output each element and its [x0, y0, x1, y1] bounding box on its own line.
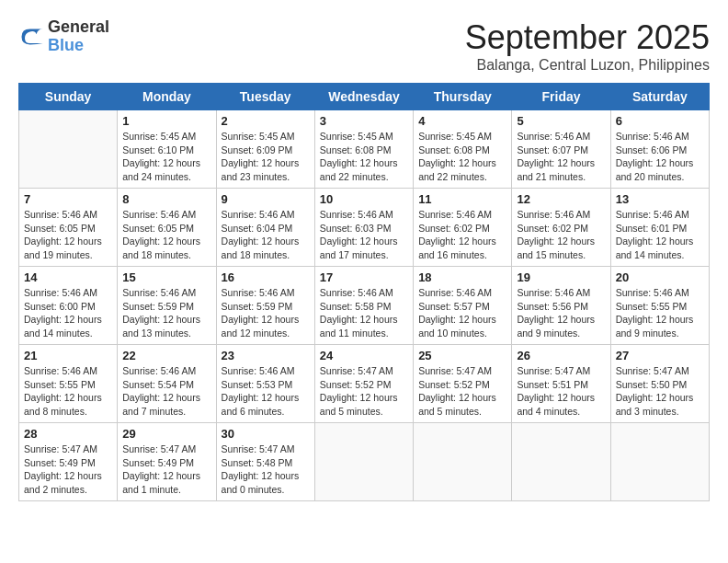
calendar-cell: 17Sunrise: 5:46 AM Sunset: 5:58 PM Dayli…	[314, 267, 413, 345]
calendar-cell: 16Sunrise: 5:46 AM Sunset: 5:59 PM Dayli…	[216, 267, 314, 345]
day-number: 19	[517, 270, 605, 284]
day-info: Sunrise: 5:46 AM Sunset: 5:59 PM Dayligh…	[222, 286, 310, 340]
calendar-cell	[414, 423, 512, 501]
day-number: 10	[320, 192, 408, 206]
day-info: Sunrise: 5:46 AM Sunset: 6:02 PM Dayligh…	[517, 208, 605, 262]
day-number: 7	[24, 192, 112, 206]
day-info: Sunrise: 5:46 AM Sunset: 5:59 PM Dayligh…	[122, 286, 210, 340]
day-info: Sunrise: 5:46 AM Sunset: 5:57 PM Dayligh…	[418, 286, 506, 340]
day-number: 17	[320, 270, 408, 284]
day-info: Sunrise: 5:47 AM Sunset: 5:50 PM Dayligh…	[616, 364, 704, 419]
day-info: Sunrise: 5:47 AM Sunset: 5:52 PM Dayligh…	[418, 364, 506, 419]
calendar-cell	[314, 423, 413, 501]
day-info: Sunrise: 5:46 AM Sunset: 5:56 PM Dayligh…	[517, 286, 605, 340]
day-number: 1	[122, 114, 210, 128]
calendar-cell: 24Sunrise: 5:47 AM Sunset: 5:52 PM Dayli…	[314, 345, 413, 423]
logo: General Blue	[18, 18, 109, 55]
calendar-cell: 3Sunrise: 5:45 AM Sunset: 6:08 PM Daylig…	[314, 110, 413, 189]
calendar-cell: 4Sunrise: 5:45 AM Sunset: 6:08 PM Daylig…	[414, 110, 512, 189]
calendar-cell: 13Sunrise: 5:46 AM Sunset: 6:01 PM Dayli…	[610, 189, 709, 267]
day-info: Sunrise: 5:46 AM Sunset: 6:07 PM Dayligh…	[517, 130, 605, 184]
calendar-cell: 26Sunrise: 5:47 AM Sunset: 5:51 PM Dayli…	[512, 345, 610, 423]
day-info: Sunrise: 5:47 AM Sunset: 5:52 PM Dayligh…	[320, 364, 408, 419]
day-info: Sunrise: 5:47 AM Sunset: 5:49 PM Dayligh…	[24, 442, 112, 497]
day-number: 16	[222, 270, 310, 284]
calendar-table: SundayMondayTuesdayWednesdayThursdayFrid…	[18, 83, 710, 501]
day-number: 6	[616, 114, 704, 128]
calendar-cell: 12Sunrise: 5:46 AM Sunset: 6:02 PM Dayli…	[512, 189, 610, 267]
calendar-cell: 28Sunrise: 5:47 AM Sunset: 5:49 PM Dayli…	[19, 423, 118, 501]
weekday-thursday: Thursday	[414, 84, 512, 110]
day-info: Sunrise: 5:46 AM Sunset: 5:55 PM Dayligh…	[24, 364, 112, 419]
day-info: Sunrise: 5:46 AM Sunset: 6:03 PM Dayligh…	[320, 208, 408, 262]
week-row-1: 1Sunrise: 5:45 AM Sunset: 6:10 PM Daylig…	[19, 110, 710, 189]
day-number: 28	[24, 427, 112, 441]
day-info: Sunrise: 5:45 AM Sunset: 6:08 PM Dayligh…	[418, 130, 506, 184]
calendar-cell: 15Sunrise: 5:46 AM Sunset: 5:59 PM Dayli…	[118, 267, 216, 345]
logo-line2: Blue	[48, 37, 109, 55]
day-info: Sunrise: 5:46 AM Sunset: 5:54 PM Dayligh…	[122, 364, 210, 419]
calendar-cell: 6Sunrise: 5:46 AM Sunset: 6:06 PM Daylig…	[610, 110, 709, 189]
weekday-wednesday: Wednesday	[314, 84, 413, 110]
calendar-cell: 2Sunrise: 5:45 AM Sunset: 6:09 PM Daylig…	[216, 110, 314, 189]
calendar-cell: 23Sunrise: 5:46 AM Sunset: 5:53 PM Dayli…	[216, 345, 314, 423]
weekday-monday: Monday	[118, 84, 216, 110]
day-number: 21	[24, 349, 112, 362]
day-info: Sunrise: 5:46 AM Sunset: 5:53 PM Dayligh…	[222, 364, 310, 419]
day-number: 11	[418, 192, 506, 206]
day-number: 24	[320, 349, 408, 362]
day-number: 26	[517, 349, 605, 362]
day-number: 14	[24, 270, 112, 284]
calendar-cell: 21Sunrise: 5:46 AM Sunset: 5:55 PM Dayli…	[19, 345, 118, 423]
day-info: Sunrise: 5:46 AM Sunset: 6:05 PM Dayligh…	[122, 208, 210, 262]
day-number: 27	[616, 349, 704, 362]
calendar-cell: 1Sunrise: 5:45 AM Sunset: 6:10 PM Daylig…	[118, 110, 216, 189]
day-number: 20	[616, 270, 704, 284]
day-number: 15	[122, 270, 210, 284]
day-info: Sunrise: 5:46 AM Sunset: 6:06 PM Dayligh…	[616, 130, 704, 184]
day-number: 12	[517, 192, 605, 206]
calendar-cell: 7Sunrise: 5:46 AM Sunset: 6:05 PM Daylig…	[19, 189, 118, 267]
day-number: 8	[122, 192, 210, 206]
calendar-cell: 8Sunrise: 5:46 AM Sunset: 6:05 PM Daylig…	[118, 189, 216, 267]
weekday-tuesday: Tuesday	[216, 84, 314, 110]
calendar-cell: 27Sunrise: 5:47 AM Sunset: 5:50 PM Dayli…	[610, 345, 709, 423]
day-number: 30	[222, 427, 310, 441]
day-info: Sunrise: 5:46 AM Sunset: 6:05 PM Dayligh…	[24, 208, 112, 262]
weekday-saturday: Saturday	[610, 84, 709, 110]
calendar-cell: 20Sunrise: 5:46 AM Sunset: 5:55 PM Dayli…	[610, 267, 709, 345]
logo-icon	[18, 24, 44, 50]
page-header: General Blue September 2025 Balanga, Cen…	[18, 18, 710, 74]
location-title: Balanga, Central Luzon, Philippines	[465, 57, 710, 74]
week-row-5: 28Sunrise: 5:47 AM Sunset: 5:49 PM Dayli…	[19, 423, 710, 501]
calendar-cell: 19Sunrise: 5:46 AM Sunset: 5:56 PM Dayli…	[512, 267, 610, 345]
calendar-cell: 10Sunrise: 5:46 AM Sunset: 6:03 PM Dayli…	[314, 189, 413, 267]
weekday-header-row: SundayMondayTuesdayWednesdayThursdayFrid…	[19, 84, 710, 110]
day-info: Sunrise: 5:46 AM Sunset: 6:02 PM Dayligh…	[418, 208, 506, 262]
weekday-friday: Friday	[512, 84, 610, 110]
day-number: 3	[320, 114, 408, 128]
day-info: Sunrise: 5:45 AM Sunset: 6:09 PM Dayligh…	[222, 130, 310, 184]
month-title: September 2025	[465, 18, 710, 57]
calendar-cell: 25Sunrise: 5:47 AM Sunset: 5:52 PM Dayli…	[414, 345, 512, 423]
calendar-cell: 5Sunrise: 5:46 AM Sunset: 6:07 PM Daylig…	[512, 110, 610, 189]
title-area: September 2025 Balanga, Central Luzon, P…	[465, 18, 710, 74]
day-info: Sunrise: 5:46 AM Sunset: 5:58 PM Dayligh…	[320, 286, 408, 340]
day-number: 13	[616, 192, 704, 206]
week-row-2: 7Sunrise: 5:46 AM Sunset: 6:05 PM Daylig…	[19, 189, 710, 267]
logo-text: General Blue	[48, 18, 109, 55]
day-info: Sunrise: 5:45 AM Sunset: 6:08 PM Dayligh…	[320, 130, 408, 184]
day-number: 18	[418, 270, 506, 284]
day-number: 23	[222, 349, 310, 362]
day-number: 2	[222, 114, 310, 128]
calendar-cell: 9Sunrise: 5:46 AM Sunset: 6:04 PM Daylig…	[216, 189, 314, 267]
day-info: Sunrise: 5:46 AM Sunset: 5:55 PM Dayligh…	[616, 286, 704, 340]
day-number: 25	[418, 349, 506, 362]
calendar-cell: 14Sunrise: 5:46 AM Sunset: 6:00 PM Dayli…	[19, 267, 118, 345]
day-info: Sunrise: 5:46 AM Sunset: 6:04 PM Dayligh…	[222, 208, 310, 262]
week-row-4: 21Sunrise: 5:46 AM Sunset: 5:55 PM Dayli…	[19, 345, 710, 423]
day-number: 22	[122, 349, 210, 362]
day-number: 29	[122, 427, 210, 441]
calendar-cell: 29Sunrise: 5:47 AM Sunset: 5:49 PM Dayli…	[118, 423, 216, 501]
day-number: 5	[517, 114, 605, 128]
